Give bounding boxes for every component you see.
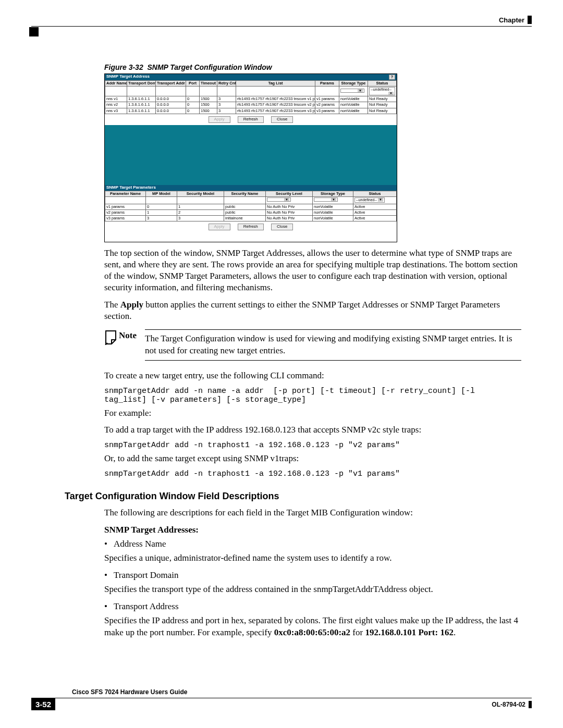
sub-heading: SNMP Target Addresses: [104,525,521,535]
note-label: Note [119,329,145,341]
table-row[interactable]: nns v21.3.6.1.6.1.1 0.0.0.00 15003 rfc14… [105,102,397,108]
address-buttons: Apply Refresh Close [105,114,397,125]
header-end-block [528,16,532,24]
figure-caption: Figure 3-32 SNMP Target Configuration Wi… [104,63,521,71]
list-item: Transport Domain Specifies the transport… [104,570,521,596]
list-item: Transport Address Specifies the IP addre… [104,601,521,639]
refresh-button[interactable]: Refresh [238,116,264,123]
table-header-row: Addr NameTransport Dom Transport AddrPor… [105,80,397,86]
table-header-row: Parameter NameMP Model Security ModelSec… [105,191,397,196]
storage-type-dropdown[interactable]: ▼ [314,198,338,202]
chapter-label: Chapter [499,16,524,24]
code-block: snmpTargetAddr add -n name -a addr [-p p… [104,387,521,404]
target-params-table: Parameter NameMP Model Security ModelSec… [105,191,397,222]
status-dropdown[interactable]: --undefined--▼ [369,87,395,95]
table-row[interactable]: nns v31.3.6.1.6.1.1 0.0.0.00 15003 rfc14… [105,108,397,114]
note-text: The Target Configuration window is used … [145,329,521,361]
close-button[interactable]: Close [271,116,293,123]
code-block: snmpTargetAddr add -n traphost1 -a 192.1… [104,441,521,450]
section-heading: Target Configuration Window Field Descri… [65,491,521,502]
header-rule [31,26,532,27]
paragraph: The following are descriptions for each … [104,507,521,519]
table-row[interactable]: v2 params1 2public No Auth No PrivnonVol… [105,209,397,215]
params-buttons: Apply Refresh Close [105,221,397,232]
filter-row[interactable]: ▼ ▼ --undefined--▼ [105,196,397,204]
security-level-dropdown[interactable]: ▼ [267,198,291,202]
table-row[interactable]: v1 params0 1public No Auth No PrivnonVol… [105,204,397,209]
table-row[interactable]: nns v11.3.6.1.6.1.1 0.0.0.00 15003 rfc14… [105,96,397,102]
table-row[interactable]: v3 params3 3initialnone No Auth No Privn… [105,216,397,221]
document-id: OL-8794-02 [492,701,532,708]
help-button[interactable]: ? [389,75,395,80]
note-icon [104,329,119,345]
close-button[interactable]: Close [271,224,293,230]
paragraph: The Apply button applies the current set… [104,299,521,322]
status-dropdown[interactable]: --undefined--▼ [354,198,385,203]
refresh-button[interactable]: Refresh [238,224,264,230]
storage-type-dropdown[interactable]: ▼ [340,89,364,93]
apply-button[interactable]: Apply [209,224,230,230]
page-header: Chapter [31,16,532,24]
page-footer: Cisco SFS 7024 Hardware Users Guide 3-52… [31,687,532,710]
book-title: Cisco SFS 7024 Hardware Users Guide [72,688,532,696]
filter-row[interactable]: ▼ --undefined--▼ [105,86,397,96]
window-spacer [105,125,397,185]
page-marker-square [29,27,39,36]
note-block: Note The Target Configuration window is … [104,329,521,361]
page-number: 3-52 [31,698,55,710]
paragraph: To create a new target entry, use the fo… [104,370,521,381]
apply-button[interactable]: Apply [209,116,230,123]
code-block: snmpTargetAddr add -n traphost1 -a 192.1… [104,470,521,478]
target-address-table: Addr NameTransport Dom Transport AddrPor… [105,80,397,114]
paragraph: To add a trap target with the IP address… [104,424,521,436]
window-titlebar-params: SNMP Target Parameters [105,185,397,191]
paragraph: The top section of the window, SNMP Targ… [104,248,521,293]
field-list: Address Name Specifies a unique, adminis… [104,538,521,639]
paragraph: For example: [104,408,521,419]
list-item: Address Name Specifies a unique, adminis… [104,538,521,564]
window-titlebar-addresses: SNMP Target Address ? [105,74,397,80]
paragraph: Or, to add the same target except using … [104,453,521,464]
snmp-config-window: SNMP Target Address ? Addr NameTransport… [104,73,397,242]
